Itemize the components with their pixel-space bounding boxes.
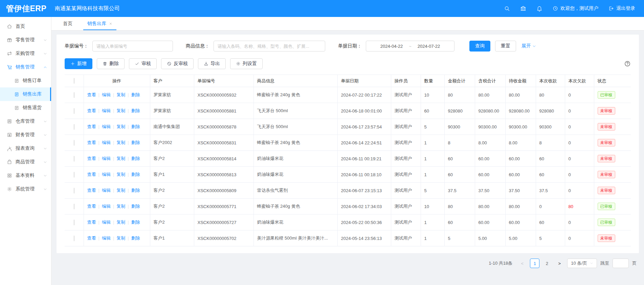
- tab-home[interactable]: 首页: [55, 17, 80, 30]
- doc-no-input[interactable]: [92, 41, 173, 52]
- sidebar-item-sales-outbound[interactable]: 销售出库: [0, 87, 51, 101]
- sidebar-item-product[interactable]: 商品管理: [0, 155, 51, 169]
- view-link[interactable]: 查看: [87, 204, 96, 209]
- row-checkbox[interactable]: [74, 204, 74, 209]
- row-checkbox[interactable]: [74, 124, 74, 130]
- bank-icon[interactable]: [520, 5, 526, 12]
- edit-link[interactable]: 编辑: [102, 220, 111, 225]
- date-range-picker[interactable]: 2024-04-22 ~ 2024-07-22: [366, 41, 454, 52]
- sidebar-item-basic[interactable]: 基本资料: [0, 169, 51, 182]
- view-link[interactable]: 查看: [87, 156, 96, 161]
- row-checkbox[interactable]: [74, 140, 74, 146]
- cell-amount-total: 5: [444, 230, 475, 246]
- row-checkbox[interactable]: [74, 156, 74, 162]
- sidebar-item-retail[interactable]: 零售管理: [0, 33, 51, 47]
- delete-link[interactable]: 删除: [131, 140, 140, 145]
- row-checkbox[interactable]: [74, 108, 74, 114]
- copy-link[interactable]: 复制: [116, 124, 125, 129]
- delete-link[interactable]: 删除: [131, 108, 140, 113]
- select-all-checkbox[interactable]: [74, 78, 74, 84]
- date-end[interactable]: 2024-07-22: [418, 44, 440, 49]
- sidebar-item-purchase[interactable]: 采购管理: [0, 47, 51, 60]
- view-link[interactable]: 查看: [87, 108, 96, 113]
- logout-button[interactable]: 退出登录: [608, 5, 635, 12]
- edit-link[interactable]: 编辑: [102, 172, 111, 177]
- row-checkbox[interactable]: [74, 92, 74, 98]
- help-icon[interactable]: [624, 60, 631, 67]
- delete-link[interactable]: 删除: [131, 92, 140, 97]
- product-info-input[interactable]: [214, 41, 325, 52]
- close-icon[interactable]: [109, 22, 112, 25]
- page-button-2[interactable]: 2: [542, 259, 552, 268]
- delete-link[interactable]: 删除: [131, 204, 140, 209]
- edit-link[interactable]: 编辑: [102, 92, 111, 97]
- delete-link[interactable]: 删除: [131, 172, 140, 177]
- view-link[interactable]: 查看: [87, 92, 96, 97]
- reset-button[interactable]: 重置: [495, 41, 516, 52]
- edit-link[interactable]: 编辑: [102, 124, 111, 129]
- edit-link[interactable]: 编辑: [102, 156, 111, 161]
- cell-status: 未审核: [594, 135, 631, 151]
- row-checkbox[interactable]: [74, 172, 74, 178]
- edit-link[interactable]: 编辑: [102, 204, 111, 209]
- row-checkbox[interactable]: [74, 188, 74, 194]
- edit-link[interactable]: 编辑: [102, 236, 111, 241]
- sidebar-item-system[interactable]: 系统管理: [0, 182, 51, 196]
- delete-link[interactable]: 删除: [131, 220, 140, 225]
- edit-link[interactable]: 编辑: [102, 108, 111, 113]
- copy-link[interactable]: 复制: [116, 108, 125, 113]
- jump-page-input[interactable]: [613, 259, 629, 268]
- sidebar-item-sales-return[interactable]: 销售退货: [0, 101, 51, 115]
- copy-link[interactable]: 复制: [116, 156, 125, 161]
- view-link[interactable]: 查看: [87, 220, 96, 225]
- sidebar-item-sales[interactable]: 销售管理: [0, 60, 51, 74]
- audit-button[interactable]: 审核: [129, 58, 157, 69]
- sidebar-item-finance[interactable]: 财务管理: [0, 128, 51, 142]
- view-link[interactable]: 查看: [87, 140, 96, 145]
- search-icon[interactable]: [504, 5, 510, 12]
- edit-link[interactable]: 编辑: [102, 140, 111, 145]
- column-settings-button[interactable]: 列设置: [230, 58, 263, 69]
- row-checkbox[interactable]: [74, 220, 74, 225]
- tab-sales-outbound[interactable]: 销售出库: [80, 17, 120, 30]
- sidebar-item-report[interactable]: 报表查询: [0, 142, 51, 155]
- sidebar-item-warehouse[interactable]: 仓库管理: [0, 115, 51, 128]
- view-link[interactable]: 查看: [87, 236, 96, 241]
- copy-link[interactable]: 复制: [116, 220, 125, 225]
- add-button[interactable]: 新增: [65, 58, 92, 69]
- delete-link[interactable]: 删除: [131, 188, 140, 193]
- copy-link[interactable]: 复制: [116, 188, 125, 193]
- delete-link[interactable]: 删除: [131, 156, 140, 161]
- view-link[interactable]: 查看: [87, 124, 96, 129]
- copy-link[interactable]: 复制: [116, 172, 125, 177]
- copy-link[interactable]: 复制: [116, 140, 125, 145]
- copy-link[interactable]: 复制: [116, 236, 125, 241]
- unaudit-button[interactable]: 反审核: [161, 58, 194, 69]
- page-button-1[interactable]: 1: [530, 259, 539, 268]
- view-link[interactable]: 查看: [87, 188, 96, 193]
- copy-link[interactable]: 复制: [116, 92, 125, 97]
- prev-page-button[interactable]: <: [518, 259, 527, 268]
- cell-qty: 5: [421, 119, 444, 135]
- expand-link[interactable]: 展开: [521, 43, 536, 49]
- row-checkbox[interactable]: [74, 236, 74, 241]
- cell-receivable: 8.00: [505, 135, 536, 151]
- welcome-user[interactable]: 欢迎您，测试用户: [553, 5, 598, 12]
- delete-link[interactable]: 删除: [131, 124, 140, 129]
- delete-button[interactable]: 删除: [97, 58, 125, 69]
- next-page-button[interactable]: >: [555, 259, 564, 268]
- bell-icon[interactable]: [536, 5, 542, 12]
- page-size-select[interactable]: 10 条/页: [567, 259, 597, 268]
- export-button[interactable]: 导出: [198, 58, 226, 69]
- sidebar-item-home[interactable]: 首页: [0, 20, 51, 33]
- edit-link[interactable]: 编辑: [102, 188, 111, 193]
- search-button[interactable]: 查询: [469, 41, 490, 52]
- sidebar-item-sales-order[interactable]: 销售订单: [0, 74, 51, 87]
- delete-link[interactable]: 删除: [131, 236, 140, 241]
- cell-customer: 罗莱家纺: [150, 87, 194, 103]
- chevron-down-icon: [43, 160, 47, 164]
- view-link[interactable]: 查看: [87, 172, 96, 177]
- date-start[interactable]: 2024-04-22: [380, 44, 403, 49]
- page-size-value: 10 条/页: [571, 260, 587, 266]
- copy-link[interactable]: 复制: [116, 204, 125, 209]
